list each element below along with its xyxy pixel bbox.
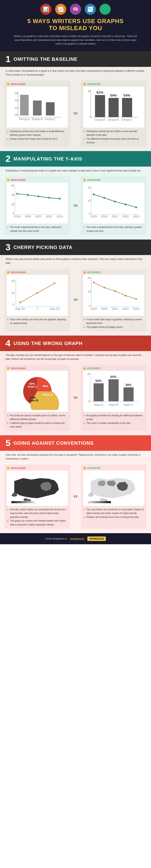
accurate-bullets-2: The scale is proportionate to the data, …	[83, 225, 144, 233]
misleading-bullets-5: Normally, darker shades are associated w…	[7, 508, 68, 527]
svg-text:2019: 2019	[90, 215, 97, 218]
svg-text:Group A: Group A	[19, 118, 30, 121]
icon-chart: 📊	[40, 4, 51, 15]
misleading-label-5: 😕 MISLEADING	[7, 467, 68, 469]
section-3-misleading: 😕 MISLEADING Aug '20 J Aug '20 0 20 40	[4, 269, 70, 331]
svg-text:Group C: Group C	[45, 118, 56, 121]
page-title: 5 WAYS WRITERS USE GRAPHS TO MISLEAD YOU	[7, 18, 144, 32]
svg-point-43	[114, 201, 116, 203]
section-1-accurate: 😊 ACCURATE 62% 54% 54% Group A Group B G…	[81, 81, 147, 147]
svg-text:2021: 2021	[35, 215, 42, 218]
footer-logo: VENNGAGE	[87, 536, 106, 541]
footer-text: Create infographics at	[45, 537, 67, 540]
svg-text:2019: 2019	[14, 215, 20, 218]
chart-3-accurate: 2019 2020 2021 2022 2023 0 15 30	[83, 275, 144, 316]
svg-point-67	[93, 281, 94, 283]
accurate-bullets-5: This map follows the convention of using…	[83, 508, 144, 519]
page-header: 📊 📈 🧠 📉 🌐 5 WAYS WRITERS USE GRAPHS TO M…	[0, 0, 151, 51]
chart-1-misleading: 93 92 91 90 Group A Group B Group C	[7, 87, 68, 128]
icon-globe: 🌐	[100, 4, 111, 15]
svg-text:2019: 2019	[90, 307, 97, 310]
svg-text:2020: 2020	[25, 215, 31, 218]
footer-link[interactable]: venngage.com	[70, 537, 84, 540]
svg-text:2021: 2021	[111, 215, 118, 218]
vs-badge-1: VS	[71, 112, 80, 115]
accurate-label-2: 😊 ACCURATE	[83, 179, 144, 181]
svg-text:30: 30	[88, 277, 91, 279]
svg-text:Group C: Group C	[122, 118, 132, 121]
svg-text:50%: 50%	[95, 379, 102, 382]
section-3-header: 3 CHERRY PICKING DATA	[0, 240, 151, 255]
section-4-accurate: 😊 ACCURATE 50% 64% 38% Team A Team B Tea…	[81, 365, 147, 431]
svg-text:0: 0	[89, 400, 90, 403]
chart-3-misleading: Aug '20 J Aug '20 0 20 40	[7, 275, 68, 316]
chart-1-accurate: 62% 54% 54% Group A Group B Group C 0 80	[83, 87, 144, 128]
svg-point-29	[59, 198, 60, 199]
svg-text:2023: 2023	[57, 215, 63, 218]
section-5: 5 GOING AGAINST CONVENTIONS Over time, w…	[0, 435, 151, 533]
svg-text:0: 0	[12, 212, 14, 215]
svg-point-57	[36, 292, 38, 294]
svg-point-45	[135, 207, 137, 208]
misleading-bullets-1: Starting the vertical axis at 90 makes a…	[7, 129, 68, 141]
svg-rect-6	[46, 102, 55, 116]
section-5-misleading: 😕 MISLEADING	[4, 464, 70, 529]
svg-rect-88	[94, 383, 104, 401]
section-1-header: 1 OMITTING THE BASELINE	[0, 51, 151, 67]
chart-2-accurate: 2019 2020 2021 2022 2023 0 10 20	[83, 183, 144, 223]
svg-rect-14	[122, 98, 132, 117]
svg-text:2023: 2023	[133, 215, 140, 218]
section-5-desc: Over time, we have developed standards f…	[0, 451, 151, 464]
section-5-comparison: 😕 MISLEADING	[0, 464, 151, 533]
svg-point-102	[28, 499, 31, 501]
svg-text:38%: 38%	[125, 383, 131, 386]
svg-point-25	[16, 193, 18, 195]
svg-text:2020: 2020	[101, 307, 107, 310]
svg-point-101	[24, 498, 28, 501]
misleading-label-2: 😕 MISLEADING	[7, 179, 68, 181]
section-4-number: 4	[5, 339, 10, 348]
svg-point-69	[114, 290, 116, 292]
section-2-desc: Expanding or compressing the scale on a …	[0, 166, 151, 176]
svg-rect-12	[95, 95, 105, 117]
svg-point-26	[27, 194, 29, 196]
svg-text:Team C: Team C	[27, 385, 37, 388]
vs-badge-4: VS	[71, 396, 80, 400]
icon-brain: 🧠	[70, 4, 81, 15]
svg-text:Aug '20: Aug '20	[50, 307, 59, 310]
svg-text:2022: 2022	[46, 215, 52, 218]
svg-text:0: 0	[90, 116, 91, 119]
svg-text:individuals per km: individuals per km	[17, 503, 35, 504]
section-1-title: OMITTING THE BASELINE	[14, 56, 78, 62]
svg-text:2020: 2020	[101, 215, 107, 218]
svg-point-58	[54, 282, 55, 284]
section-1-number: 1	[5, 55, 10, 64]
misleading-bullets-2: The scale is disproportionate to the dat…	[7, 225, 68, 233]
section-1-comparison: 😕 MISLEADING 93 92 91 90 Group A	[0, 80, 151, 151]
svg-point-68	[103, 287, 105, 288]
svg-text:62%: 62%	[96, 91, 103, 94]
section-5-accurate: 😊 ACCURATE	[81, 464, 147, 529]
section-2-header: 2 MANIPULATING THE Y-AXIS	[0, 151, 151, 166]
svg-text:60: 60	[11, 184, 15, 187]
icon-down: 📉	[85, 4, 96, 15]
section-1: 1 OMITTING THE BASELINE In most cases, t…	[0, 51, 151, 151]
svg-text:54%: 54%	[110, 93, 117, 97]
misleading-bullets-3: Only a few months out of the year are gr…	[7, 318, 68, 325]
svg-point-108	[104, 499, 107, 501]
svg-point-41	[93, 193, 94, 195]
vs-badge-3: VS	[71, 298, 80, 302]
svg-text:50%: 50%	[29, 382, 35, 385]
section-5-header: 5 GOING AGAINST CONVENTIONS	[0, 435, 151, 451]
svg-text:Team B: Team B	[28, 399, 38, 402]
svg-text:92: 92	[15, 99, 18, 102]
map-accurate: 0 40 individuals per km	[83, 471, 144, 506]
svg-text:40: 40	[11, 193, 15, 196]
svg-text:90: 90	[15, 113, 18, 116]
svg-text:Aug '20: Aug '20	[15, 307, 25, 310]
svg-point-70	[125, 295, 126, 297]
svg-point-56	[19, 302, 21, 303]
section-4: 4 USING THE WRONG GRAPH The type of grap…	[0, 336, 151, 435]
misleading-label-4: 😕 MISLEADING	[7, 367, 68, 370]
svg-rect-4	[20, 95, 29, 116]
